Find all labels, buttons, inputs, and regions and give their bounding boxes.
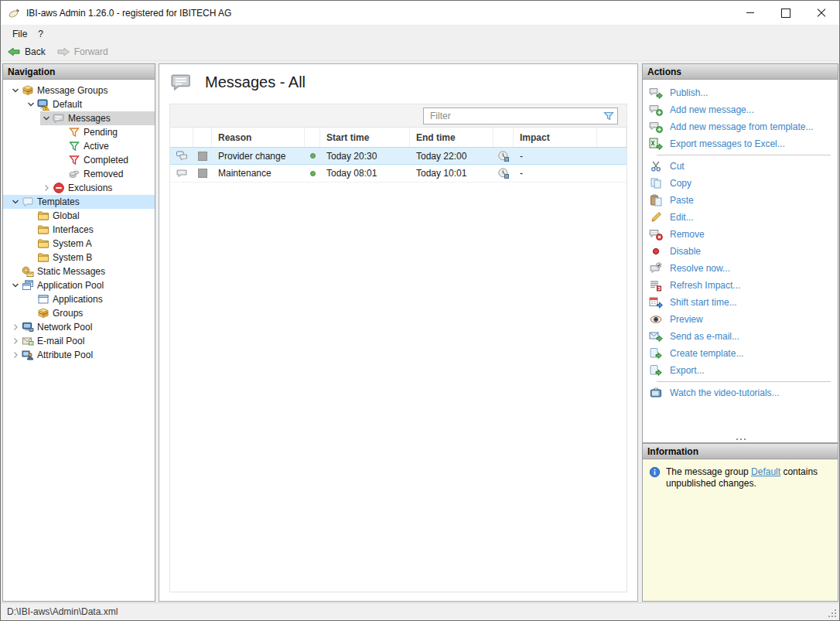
status-dot bbox=[310, 153, 316, 159]
nav-item-completed[interactable]: Completed bbox=[3, 153, 155, 167]
messages-page-header: Messages - All bbox=[169, 71, 306, 93]
menu-help[interactable]: ? bbox=[32, 26, 49, 42]
close-button[interactable] bbox=[804, 1, 839, 25]
nav-item-label: System A bbox=[53, 238, 92, 249]
nav-item-label: Interfaces bbox=[53, 224, 94, 235]
nav-item-label: Exclusions bbox=[68, 183, 112, 193]
action-refresh-impact[interactable]: Refresh Impact... bbox=[643, 277, 838, 294]
forward-button[interactable]: Forward bbox=[56, 46, 108, 57]
actions-panel: Actions Publish...Add new message...Add … bbox=[642, 63, 838, 443]
nav-item-active[interactable]: Active bbox=[3, 139, 155, 153]
nav-item-default[interactable]: Default bbox=[3, 97, 155, 111]
copy-icon bbox=[649, 177, 663, 189]
chevron-down-icon[interactable] bbox=[40, 112, 53, 125]
action-cut[interactable]: Cut bbox=[643, 158, 838, 175]
chevron-down-icon[interactable] bbox=[9, 84, 22, 97]
action-preview[interactable]: Preview bbox=[643, 311, 838, 328]
nav-item-attribute-pool[interactable]: Attribute Pool bbox=[3, 348, 155, 362]
chevron-down-icon[interactable] bbox=[9, 196, 22, 208]
minimize-button[interactable] bbox=[732, 1, 768, 25]
action-label: Export... bbox=[670, 365, 705, 376]
add-template-icon bbox=[649, 121, 663, 133]
nav-item-global[interactable]: Global bbox=[3, 209, 155, 223]
action-remove[interactable]: Remove bbox=[643, 226, 838, 243]
email-pool-icon bbox=[22, 335, 34, 347]
action-paste[interactable]: Paste bbox=[643, 192, 838, 209]
panel-splitter-handle[interactable] bbox=[740, 438, 742, 440]
chevron-right-icon[interactable] bbox=[40, 182, 53, 194]
chevron-spacer bbox=[25, 210, 37, 222]
action-send-as-e-mail[interactable]: Send as e-mail... bbox=[643, 328, 838, 345]
action-export-messages-to-excel[interactable]: Export messages to Excel... bbox=[643, 135, 838, 152]
message-row[interactable]: MaintenanceToday 08:01Today 10:01- bbox=[170, 165, 627, 183]
information-body: The message group Default contains unpub… bbox=[643, 459, 838, 601]
nav-item-network-pool[interactable]: Network Pool bbox=[3, 320, 155, 334]
column-header-blank-1 bbox=[193, 128, 212, 147]
action-create-template[interactable]: Create template... bbox=[643, 345, 838, 362]
action-label: Watch the video-tutorials... bbox=[670, 387, 780, 398]
back-button[interactable]: Back bbox=[7, 46, 46, 57]
export-icon bbox=[649, 364, 663, 377]
action-watch-the-video-tutorials[interactable]: Watch the video-tutorials... bbox=[643, 384, 838, 401]
titlebar: IBI-aws Admin 1.26.0 - registered for IB… bbox=[1, 1, 839, 25]
default-group-link[interactable]: Default bbox=[751, 466, 780, 477]
nav-item-templates[interactable]: Templates bbox=[3, 195, 155, 209]
nav-item-groups[interactable]: Groups bbox=[3, 306, 155, 320]
impact-icon-cell bbox=[493, 148, 514, 164]
action-publish[interactable]: Publish... bbox=[643, 84, 838, 101]
action-disable[interactable]: Disable bbox=[643, 243, 838, 260]
groups-icon bbox=[37, 307, 50, 319]
resolve-icon bbox=[649, 262, 663, 275]
application-pool-icon bbox=[22, 279, 34, 292]
action-export[interactable]: Export... bbox=[643, 362, 838, 379]
exclusion-icon bbox=[53, 182, 65, 194]
nav-item-label: Message Groups bbox=[37, 85, 108, 96]
attribute-pool-icon bbox=[22, 349, 34, 361]
app-window: IBI-aws Admin 1.26.0 - registered for IB… bbox=[0, 0, 840, 621]
nav-item-messages[interactable]: Messages bbox=[3, 111, 155, 125]
nav-item-message-groups[interactable]: Message Groups bbox=[3, 84, 155, 97]
chevron-spacer bbox=[56, 168, 68, 180]
action-label: Copy bbox=[670, 178, 691, 189]
color-swatch bbox=[198, 152, 207, 161]
nav-item-removed[interactable]: Removed bbox=[3, 167, 155, 181]
menu-file[interactable]: File bbox=[7, 26, 32, 42]
refresh-impact-icon bbox=[649, 279, 663, 292]
action-add-new-message-from-template[interactable]: Add new message from template... bbox=[643, 118, 838, 135]
action-edit[interactable]: Edit... bbox=[643, 209, 838, 226]
nav-item-exclusions[interactable]: Exclusions bbox=[3, 181, 155, 195]
folder-icon bbox=[37, 251, 50, 264]
action-shift-start-time[interactable]: Shift start time... bbox=[643, 294, 838, 311]
action-label: Export messages to Excel... bbox=[670, 138, 785, 149]
chevron-down-icon[interactable] bbox=[9, 279, 22, 292]
nav-item-application-pool[interactable]: Application Pool bbox=[3, 278, 155, 292]
nav-item-static-messages[interactable]: Static Messages bbox=[3, 264, 155, 278]
chevron-right-icon[interactable] bbox=[9, 321, 22, 333]
action-add-new-message[interactable]: Add new message... bbox=[643, 101, 838, 118]
nav-item-applications[interactable]: Applications bbox=[3, 292, 155, 306]
action-label: Paste bbox=[670, 195, 694, 206]
information-message: The message group Default contains unpub… bbox=[666, 466, 830, 490]
excel-icon bbox=[649, 138, 663, 150]
resize-grip[interactable] bbox=[835, 616, 836, 617]
nav-item-system-a[interactable]: System A bbox=[3, 237, 155, 251]
start-time-cell: Today 08:01 bbox=[320, 165, 410, 182]
information-panel: Information The message group Default co… bbox=[642, 443, 838, 602]
disable-icon bbox=[649, 245, 663, 258]
filter-input[interactable] bbox=[423, 107, 618, 125]
nav-item-interfaces[interactable]: Interfaces bbox=[3, 223, 155, 237]
filter-funnel-icon[interactable] bbox=[603, 110, 615, 122]
nav-item-e-mail-pool[interactable]: E-mail Pool bbox=[3, 334, 155, 348]
window-controls bbox=[732, 1, 839, 25]
chevron-right-icon[interactable] bbox=[9, 349, 22, 361]
message-row[interactable]: Provider changeToday 20:30Today 22:00- bbox=[170, 147, 627, 165]
action-resolve-now[interactable]: Resolve now... bbox=[643, 260, 838, 277]
nav-item-label: Active bbox=[84, 141, 109, 152]
chevron-right-icon[interactable] bbox=[9, 335, 22, 347]
nav-item-system-b[interactable]: System B bbox=[3, 251, 155, 264]
chevron-down-icon[interactable] bbox=[25, 98, 37, 111]
nav-item-pending[interactable]: Pending bbox=[3, 125, 155, 139]
action-copy[interactable]: Copy bbox=[643, 175, 838, 192]
action-label: Add new message from template... bbox=[670, 121, 813, 132]
maximize-button[interactable] bbox=[768, 1, 804, 25]
